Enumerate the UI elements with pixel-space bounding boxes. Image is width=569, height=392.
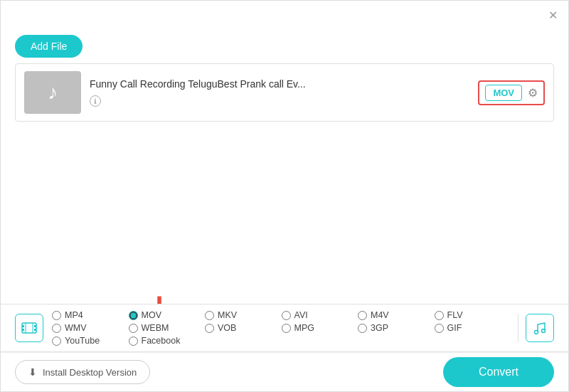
format-option-mpg[interactable]: MPG bbox=[282, 323, 358, 333]
install-desktop-button[interactable]: ⬇ Install Desktop Version bbox=[15, 360, 150, 384]
file-format-area: MOV ⚙ bbox=[478, 80, 545, 105]
format-option-flv[interactable]: FLV bbox=[435, 310, 511, 320]
format-option-mp4[interactable]: MP4 bbox=[52, 310, 129, 320]
format-option-webm[interactable]: WEBM bbox=[129, 323, 206, 333]
format-option-gif[interactable]: GIF bbox=[435, 323, 511, 333]
svg-rect-4 bbox=[34, 329, 36, 331]
audio-format-icon[interactable] bbox=[526, 314, 554, 342]
format-option-mkv[interactable]: MKV bbox=[205, 310, 282, 320]
file-list: ♪ Funny Call Recording TeluguBest Prank … bbox=[15, 63, 554, 122]
add-file-button[interactable]: Add File bbox=[15, 35, 83, 58]
format-option-vob[interactable]: VOB bbox=[205, 323, 282, 333]
bottom-bar: ⬇ Install Desktop Version Convert bbox=[1, 352, 568, 391]
format-badge[interactable]: MOV bbox=[485, 85, 522, 101]
install-label: Install Desktop Version bbox=[43, 367, 137, 378]
title-bar: ✕ bbox=[1, 1, 568, 29]
music-icon: ♪ bbox=[48, 81, 58, 104]
file-info: Funny Call Recording TeluguBest Prank ca… bbox=[90, 78, 469, 107]
file-thumbnail: ♪ bbox=[24, 71, 81, 114]
svg-rect-2 bbox=[22, 329, 24, 331]
format-options: MP4 MOV MKV AVI M4V FLV WMV WEB bbox=[52, 310, 511, 346]
file-name: Funny Call Recording TeluguBest Prank ca… bbox=[90, 78, 469, 90]
format-option-3gp[interactable]: 3GP bbox=[358, 323, 435, 333]
format-option-avi[interactable]: AVI bbox=[282, 310, 358, 320]
format-option-m4v[interactable]: M4V bbox=[358, 310, 435, 320]
svg-point-8 bbox=[542, 329, 546, 333]
format-option-facebook[interactable]: Facebook bbox=[129, 336, 206, 346]
info-icon[interactable]: ℹ bbox=[90, 95, 101, 107]
format-option-mov[interactable]: MOV bbox=[129, 310, 206, 320]
close-button[interactable]: ✕ bbox=[546, 8, 560, 22]
format-option-wmv[interactable]: WMV bbox=[52, 323, 129, 333]
format-divider bbox=[518, 314, 519, 342]
svg-rect-0 bbox=[22, 323, 36, 333]
format-option-youtube[interactable]: YouTube bbox=[52, 336, 129, 346]
format-bar-wrapper: MP4 MOV MKV AVI M4V FLV WMV WEB bbox=[1, 304, 568, 352]
main-area bbox=[1, 122, 568, 307]
video-format-icon[interactable] bbox=[15, 314, 43, 342]
format-bar: MP4 MOV MKV AVI M4V FLV WMV WEB bbox=[15, 304, 554, 351]
svg-rect-1 bbox=[22, 325, 24, 327]
toolbar: Add File bbox=[1, 29, 568, 63]
download-icon: ⬇ bbox=[28, 366, 37, 378]
svg-rect-3 bbox=[34, 325, 36, 327]
svg-point-7 bbox=[535, 331, 538, 334]
convert-button[interactable]: Convert bbox=[443, 357, 554, 387]
settings-gear-button[interactable]: ⚙ bbox=[528, 86, 538, 100]
